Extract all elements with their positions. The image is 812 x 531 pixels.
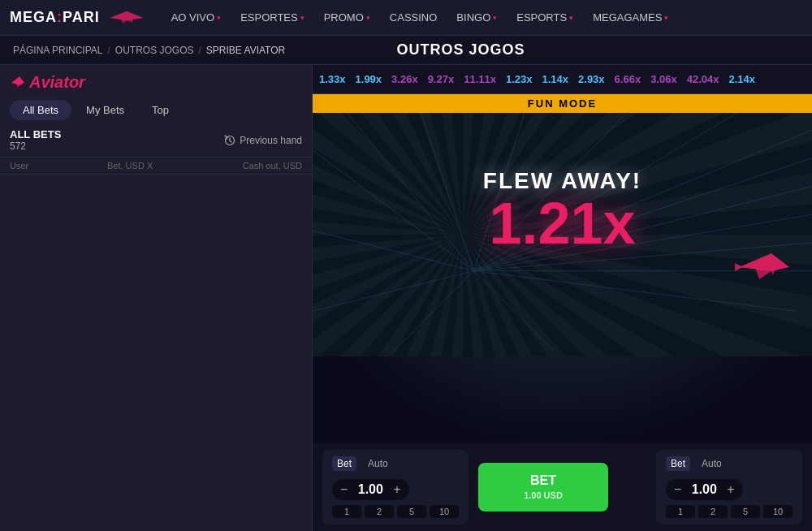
svg-line-9 xyxy=(393,113,473,271)
breadcrumb-bar: PÁGINA PRINCIPAL / OUTROS JOGOS / SPRIBE… xyxy=(0,36,812,65)
game-visual: FLEW AWAY! 1.21x xyxy=(313,113,812,356)
all-bets-label: ALL BETS xyxy=(10,128,61,140)
flew-away-display: FLEW AWAY! 1.21x xyxy=(483,168,641,253)
svg-line-12 xyxy=(313,231,473,271)
chevron-down-icon: ▾ xyxy=(493,14,497,22)
logo-plane-icon xyxy=(106,8,147,28)
quick2-5-btn[interactable]: 5 xyxy=(731,505,760,518)
mult-12: 2.14x xyxy=(728,73,755,85)
table-header: User Bet, USD X Cash out, USD xyxy=(0,158,312,175)
nav-bingo[interactable]: BINGO ▾ xyxy=(448,6,505,28)
increase-button-1[interactable]: + xyxy=(393,483,400,496)
col-cashout: Cash out, USD xyxy=(205,161,302,171)
bet-panel-2: Bet Auto − 1.00 + 1 2 5 10 xyxy=(656,450,802,525)
mult-9: 6.66x xyxy=(615,73,641,85)
amount-stepper-1: − 1.00 + xyxy=(332,479,409,500)
betting-area: Bet Auto − 1.00 + 1 2 5 10 xyxy=(313,443,812,531)
bet-tab-bet[interactable]: Bet xyxy=(332,456,356,471)
bet-tab2-auto[interactable]: Auto xyxy=(697,456,727,471)
amount-row-1: − 1.00 + xyxy=(332,479,459,500)
quick2-1-btn[interactable]: 1 xyxy=(666,505,695,518)
breadcrumb: PÁGINA PRINCIPAL / OUTROS JOGOS / SPRIBE… xyxy=(13,45,285,56)
bet-tab-auto[interactable]: Auto xyxy=(363,456,393,471)
decrease-button-2[interactable]: − xyxy=(674,483,681,496)
bet-panel-1: Bet Auto − 1.00 + 1 2 5 10 xyxy=(322,450,469,525)
tab-top[interactable]: Top xyxy=(139,100,182,120)
mult-5: 11.11x xyxy=(464,73,496,85)
increase-button-2[interactable]: + xyxy=(727,483,734,496)
aviator-logo: Aviator xyxy=(0,65,312,97)
mult-2: 1.99x xyxy=(356,73,382,85)
col-bet: Bet, USD X xyxy=(107,161,205,171)
fun-mode-bar: FUN MODE xyxy=(313,94,812,113)
quick-5-btn[interactable]: 5 xyxy=(397,505,426,518)
bet-tab2-bet[interactable]: Bet xyxy=(666,456,690,471)
breadcrumb-sep2: / xyxy=(199,45,201,56)
chevron-down-icon: ▾ xyxy=(300,14,304,22)
bets-list xyxy=(0,175,312,531)
multipliers-bar: 1.33x 1.99x 3.26x 9.27x 11.11x 1.23x 1.1… xyxy=(313,65,812,94)
logo[interactable]: MEGA:PARI xyxy=(10,8,147,28)
previous-hand-button[interactable]: Previous hand xyxy=(224,135,302,146)
amount-value-1: 1.00 xyxy=(354,482,387,497)
top-navigation: MEGA:PARI AO VIVO ▾ ESPORTES ▾ PROMO ▾ C… xyxy=(0,0,812,36)
svg-line-11 xyxy=(313,150,473,271)
nav-esportes[interactable]: ESPORTES ▾ xyxy=(232,6,313,28)
previous-hand-label: Previous hand xyxy=(240,135,302,146)
quick-10-btn[interactable]: 10 xyxy=(430,505,459,518)
tab-all-bets[interactable]: All Bets xyxy=(10,100,71,120)
logo-text: MEGA:PARI xyxy=(10,9,100,26)
bet-panel-2-tabs: Bet Auto xyxy=(666,456,793,471)
game-area: FUN MODE xyxy=(313,94,812,443)
col-user: User xyxy=(10,161,107,171)
quick-amounts-2: 1 2 5 10 xyxy=(666,505,793,518)
svg-line-10 xyxy=(313,113,473,271)
quick2-2-btn[interactable]: 2 xyxy=(698,505,728,518)
mult-3: 3.26x xyxy=(391,73,418,85)
chevron-down-icon: ▾ xyxy=(217,14,221,22)
quick-1-btn[interactable]: 1 xyxy=(332,505,361,518)
tabs-row: All Bets My Bets Top xyxy=(0,97,312,123)
nav-cassino[interactable]: CASSINO xyxy=(382,6,446,28)
nav-megagames[interactable]: MEGAGAMES ▾ xyxy=(585,6,676,28)
svg-line-15 xyxy=(473,271,554,352)
nav-esports[interactable]: ESPORTS ▾ xyxy=(508,6,581,28)
amount-row-2: − 1.00 + xyxy=(666,479,793,500)
breadcrumb-home[interactable]: PÁGINA PRINCIPAL xyxy=(13,45,102,56)
decrease-button-1[interactable]: − xyxy=(340,483,348,496)
nav-promo[interactable]: PROMO ▾ xyxy=(316,6,378,28)
svg-line-13 xyxy=(313,271,473,312)
quick2-10-btn[interactable]: 10 xyxy=(763,505,793,518)
flew-away-multiplier: 1.21x xyxy=(483,194,641,253)
breadcrumb-current: SPRIBE AVIATOR xyxy=(206,45,285,56)
nav-ao-vivo[interactable]: AO VIVO ▾ xyxy=(163,6,229,28)
quick-2-btn[interactable]: 2 xyxy=(365,505,394,518)
chevron-down-icon: ▾ xyxy=(366,14,370,22)
bets-label-container: ALL BETS 572 xyxy=(10,128,61,152)
aviator-plane-icon xyxy=(10,75,26,91)
page-title: OUTROS JOGOS xyxy=(285,41,637,58)
plane-icon xyxy=(731,247,796,287)
mult-10: 3.06x xyxy=(650,73,677,85)
tab-my-bets[interactable]: My Bets xyxy=(73,100,137,120)
right-panel: 1.33x 1.99x 3.26x 9.27x 11.11x 1.23x 1.1… xyxy=(313,65,812,531)
history-icon xyxy=(224,135,235,146)
chevron-down-icon: ▾ xyxy=(664,14,668,22)
mult-1: 1.33x xyxy=(319,73,346,85)
main-layout: Aviator All Bets My Bets Top ALL BETS 57… xyxy=(0,65,812,531)
mult-7: 1.14x xyxy=(542,73,569,85)
left-panel: Aviator All Bets My Bets Top ALL BETS 57… xyxy=(0,65,313,531)
amount-value-2: 1.00 xyxy=(688,482,720,497)
aviator-logo-text: Aviator xyxy=(10,73,302,92)
mult-4: 9.27x xyxy=(428,73,455,85)
breadcrumb-sep1: / xyxy=(107,45,110,56)
quick-amounts-1: 1 2 5 10 xyxy=(332,505,459,518)
nav-items: AO VIVO ▾ ESPORTES ▾ PROMO ▾ CASSINO BIN… xyxy=(163,6,802,28)
bets-header: ALL BETS 572 Previous hand xyxy=(0,123,312,158)
mult-11: 42.04x xyxy=(687,73,719,85)
bet-button-label: BET xyxy=(501,473,585,490)
mult-8: 2.93x xyxy=(578,73,605,85)
bet-panel-tabs: Bet Auto xyxy=(332,456,459,471)
breadcrumb-parent[interactable]: OUTROS JOGOS xyxy=(115,45,194,56)
bet-button[interactable]: BET 1.00 USD xyxy=(478,463,608,511)
